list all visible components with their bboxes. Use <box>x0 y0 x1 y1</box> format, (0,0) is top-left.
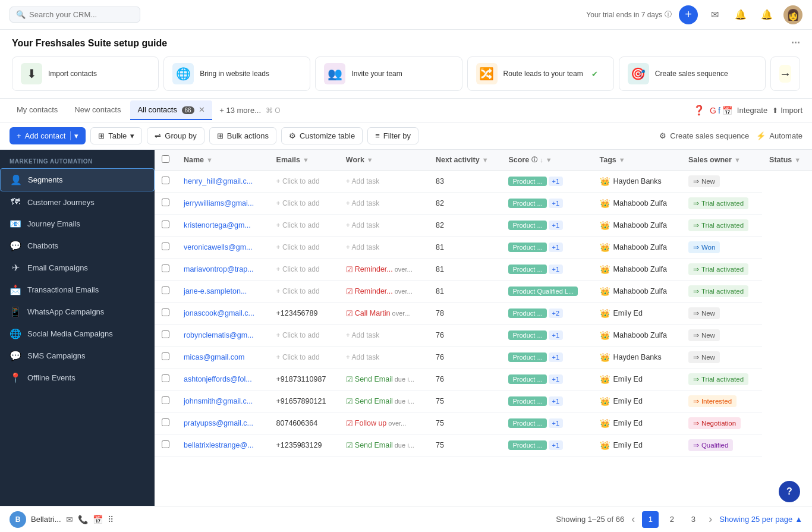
bell-icon[interactable]: 🔔 <box>731 5 750 24</box>
page-next-btn[interactable]: › <box>706 511 715 528</box>
tag-plus[interactable]: +1 <box>549 440 564 450</box>
email-link[interactable]: micas@gmail.com <box>184 353 244 361</box>
tag-plus[interactable]: +1 <box>549 199 564 208</box>
email-link[interactable]: jane-e.sampleton... <box>184 287 247 295</box>
avatar[interactable]: 👩 <box>783 5 802 24</box>
search-input[interactable] <box>29 10 130 19</box>
sidebar-item-chatbots[interactable]: 💬 Chatbots <box>0 235 155 257</box>
customize-table-button[interactable]: ⚙ Customize table <box>281 127 363 144</box>
search-box[interactable]: 🔍 <box>10 7 140 23</box>
click-to-add[interactable]: + Click to add <box>276 331 320 339</box>
page-3-btn[interactable]: 3 <box>685 511 701 528</box>
activity-cell[interactable]: ☑ Follow up over... <box>346 419 421 428</box>
email-link[interactable]: robynclematis@gm... <box>184 331 254 339</box>
filter-by-button[interactable]: ≡ Filter by <box>367 127 418 144</box>
click-to-add[interactable]: + Click to add <box>276 221 320 229</box>
email-link[interactable]: johnsmith@gmail.c... <box>184 397 253 405</box>
tag-plus[interactable]: +1 <box>549 396 564 406</box>
col-score[interactable]: Score ⓘ ↓ ▼ <box>501 150 592 171</box>
click-to-add[interactable]: + Click to add <box>276 177 320 185</box>
col-emails[interactable]: Emails ▼ <box>269 150 339 171</box>
sidebar-item-whatsapp-campaigns[interactable]: 📱 WhatsApp Campaigns <box>0 301 155 323</box>
email-link[interactable]: veronicawells@gm... <box>184 243 253 251</box>
activity-cell[interactable]: ☑ Reminder... over... <box>346 287 421 296</box>
sidebar-item-email-campaigns[interactable]: ✈ Email Campaigns <box>0 257 155 279</box>
tag-plus[interactable]: +1 <box>549 374 564 384</box>
page-2-btn[interactable]: 2 <box>663 511 680 528</box>
tag-plus[interactable]: +1 <box>549 177 564 186</box>
sidebar-item-segments[interactable]: 👤 Segments ⠿ <box>0 168 155 191</box>
add-task[interactable]: + Add task <box>346 353 379 361</box>
tag-plus[interactable]: +2 <box>549 309 564 318</box>
col-name[interactable]: Name ▼ <box>177 150 269 171</box>
row-work-cell[interactable]: + Click to add <box>269 193 339 215</box>
more-options-btn[interactable]: ··· <box>791 37 800 49</box>
row-work-cell[interactable]: + Click to add <box>269 325 339 347</box>
sidebar-item-transactional-emails[interactable]: 📩 Transactional Emails <box>0 279 155 301</box>
select-all-checkbox[interactable] <box>155 150 177 171</box>
create-sequence-link[interactable]: ⚙ Create sales sequence <box>659 131 749 140</box>
add-button[interactable]: + <box>679 5 698 24</box>
tag-plus[interactable]: +1 <box>549 221 564 230</box>
row-work-cell[interactable]: + Click to add <box>269 347 339 369</box>
col-sales-owner[interactable]: Sales owner ▼ <box>681 150 762 171</box>
activity-cell[interactable]: ☑ Send Email due i... <box>346 441 421 450</box>
setup-card-import[interactable]: ⬇ Import contacts <box>12 56 159 91</box>
row-work-cell[interactable]: + Click to add <box>269 171 339 193</box>
activity-cell[interactable]: ☑ Send Email due i... <box>346 397 421 406</box>
col-tags[interactable]: Tags ▼ <box>593 150 681 171</box>
automate-link[interactable]: ⚡ Automate <box>756 131 802 140</box>
click-to-add[interactable]: + Click to add <box>276 199 320 207</box>
click-to-add[interactable]: + Click to add <box>276 353 320 361</box>
add-contact-button[interactable]: + Add contact ▾ <box>10 127 86 144</box>
tab-more-btn[interactable]: + 13 more... ⌘ O <box>215 103 285 117</box>
email-link[interactable]: bellatrixlestrange@... <box>184 441 254 449</box>
setup-card-next[interactable]: → <box>770 56 800 91</box>
add-task[interactable]: + Add task <box>346 243 379 251</box>
tag-plus[interactable]: +1 <box>549 418 564 428</box>
col-status[interactable]: Status ▼ <box>762 150 812 171</box>
sidebar-item-customer-journeys[interactable]: 🗺 Customer Journeys <box>0 191 155 213</box>
email-link[interactable]: kristenortega@gm... <box>184 221 251 229</box>
email-link[interactable]: henry_hill@gmail.c... <box>184 177 253 185</box>
tag-plus[interactable]: +1 <box>549 265 564 274</box>
tab-new-contacts[interactable]: New contacts <box>67 100 128 120</box>
add-task[interactable]: + Add task <box>346 331 379 339</box>
bulk-actions-button[interactable]: ⊞ Bulk actions <box>209 127 276 144</box>
tag-plus[interactable]: +1 <box>549 330 564 340</box>
help-circle-icon[interactable]: ❓ <box>693 105 705 116</box>
add-task[interactable]: + Add task <box>346 221 379 229</box>
bottom-calendar-icon[interactable]: 📅 <box>93 515 103 524</box>
setup-card-invite[interactable]: 👥 Invite your team <box>315 56 462 91</box>
tab-my-contacts[interactable]: My contacts <box>10 100 65 120</box>
row-work-cell[interactable]: + Click to add <box>269 237 339 259</box>
row-work-cell[interactable]: + Click to add <box>269 215 339 237</box>
help-button[interactable]: ? <box>779 481 800 502</box>
col-work[interactable]: Work ▼ <box>339 150 429 171</box>
setup-card-route[interactable]: 🔀 Route leads to your team ✔ <box>467 56 614 91</box>
sidebar-item-social-media-campaigns[interactable]: 🌐 Social Media Campaigns <box>0 323 155 345</box>
sidebar-item-offline-events[interactable]: 📍 Offline Events <box>0 367 155 389</box>
setup-card-sequence[interactable]: 🎯 Create sales sequence <box>619 56 766 91</box>
email-link[interactable]: jonascook@gmail.c... <box>184 309 254 317</box>
import-btn[interactable]: ⬆ Import <box>772 106 802 115</box>
click-to-add[interactable]: + Click to add <box>276 265 320 273</box>
integrate-btn[interactable]: Integrate <box>737 106 767 115</box>
tab-all-contacts[interactable]: All contacts 66 ✕ <box>130 100 212 120</box>
sidebar-item-journey-emails[interactable]: 📧 Journey Emails <box>0 213 155 235</box>
email-link[interactable]: jerrywilliams@gmai... <box>184 199 254 207</box>
page-1-btn[interactable]: 1 <box>642 511 659 528</box>
activity-cell[interactable]: ☑ Call Martin over... <box>346 309 421 318</box>
table-view-button[interactable]: ⊞ Table ▾ <box>90 127 142 144</box>
tag-plus[interactable]: +1 <box>549 243 564 252</box>
click-to-add[interactable]: + Click to add <box>276 243 320 251</box>
bottom-phone-icon[interactable]: 📞 <box>78 515 88 524</box>
per-page-selector[interactable]: Showing 25 per page ▲ <box>719 515 802 524</box>
email-link[interactable]: pratyupss@gmail.c... <box>184 419 253 427</box>
add-task[interactable]: + Add task <box>346 177 379 185</box>
notification-icon[interactable]: 🔔 <box>757 5 776 24</box>
click-to-add[interactable]: + Click to add <box>276 287 320 295</box>
tag-plus[interactable]: +1 <box>549 352 564 362</box>
email-link[interactable]: ashtonjeffords@fol... <box>184 375 252 383</box>
row-work-cell[interactable]: + Click to add <box>269 259 339 281</box>
